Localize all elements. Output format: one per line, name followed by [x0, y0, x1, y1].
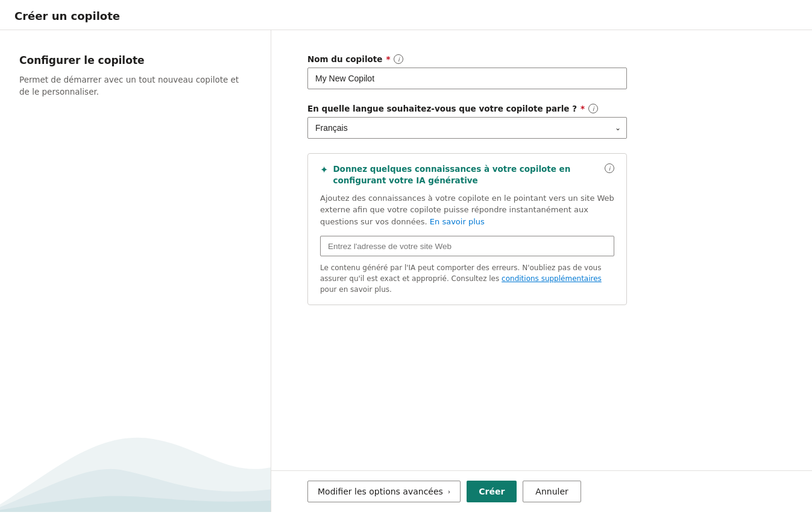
left-panel-description: Permet de démarrer avec un tout nouveau …: [19, 74, 247, 98]
copilot-name-group: Nom du copilote * i: [307, 54, 776, 89]
advanced-options-button[interactable]: Modifier les options avancées ›: [307, 481, 461, 502]
language-info-icon[interactable]: i: [588, 104, 598, 113]
page-title: Créer un copilote: [14, 10, 798, 22]
required-star: *: [386, 54, 390, 64]
page-header: Créer un copilote: [0, 0, 812, 30]
right-panel: Nom du copilote * i En quelle langue sou…: [271, 30, 812, 512]
ai-disclaimer: Le contenu généré par l'IA peut comporte…: [320, 262, 614, 295]
footer-buttons: Modifier les options avancées › Créer An…: [271, 470, 812, 512]
create-button[interactable]: Créer: [467, 481, 517, 502]
language-label: En quelle langue souhaitez-vous que votr…: [307, 104, 776, 113]
language-group: En quelle langue souhaitez-vous que votr…: [307, 104, 776, 139]
copilot-name-label: Nom du copilote * i: [307, 54, 776, 64]
ai-card-title-wrapper: ✦ Donnez quelques connaissances à votre …: [320, 163, 599, 186]
advanced-chevron-icon: ›: [448, 488, 450, 496]
language-select-wrapper: Français English Español Deutsch Italian…: [307, 117, 627, 139]
left-panel: Configurer le copilote Permet de démarre…: [0, 30, 271, 512]
language-select[interactable]: Français English Español Deutsch Italian…: [307, 117, 627, 139]
left-panel-title: Configurer le copilote: [19, 54, 247, 66]
copilot-name-input[interactable]: [307, 68, 627, 89]
wave-decoration: [0, 307, 271, 512]
ai-knowledge-card: ✦ Donnez quelques connaissances à votre …: [307, 153, 627, 305]
copilot-name-info-icon[interactable]: i: [394, 54, 403, 64]
ai-card-description: Ajoutez des connaissances à votre copilo…: [320, 192, 614, 228]
ai-spark-icon: ✦: [320, 164, 328, 175]
website-url-input[interactable]: [320, 236, 614, 256]
ai-card-title: Donnez quelques connaissances à votre co…: [333, 163, 599, 186]
language-required-star: *: [581, 104, 585, 113]
ai-card-info-icon[interactable]: i: [605, 163, 614, 173]
learn-more-link[interactable]: En savoir plus: [430, 217, 485, 226]
main-layout: Configurer le copilote Permet de démarre…: [0, 30, 812, 512]
additional-terms-link[interactable]: conditions supplémentaires: [502, 274, 602, 283]
cancel-button[interactable]: Annuler: [523, 481, 581, 502]
form-section: Nom du copilote * i En quelle langue sou…: [307, 54, 776, 488]
ai-card-header: ✦ Donnez quelques connaissances à votre …: [320, 163, 614, 186]
